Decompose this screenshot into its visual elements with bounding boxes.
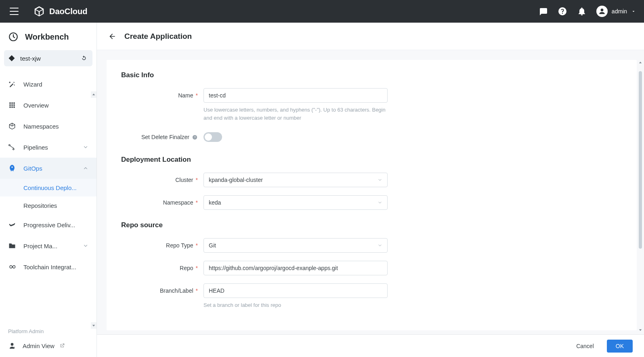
section-title-repo: Repo source bbox=[121, 221, 622, 229]
app-header: DaoCloud admin bbox=[0, 0, 644, 23]
brand-name: DaoCloud bbox=[49, 7, 87, 16]
section-basic-info: Basic Info Name* Use lowercase letters, … bbox=[121, 71, 622, 144]
avatar-icon bbox=[596, 6, 608, 17]
workbench-icon bbox=[8, 32, 19, 42]
project-selector[interactable]: test-xjw bbox=[4, 50, 92, 66]
infinity-icon bbox=[8, 263, 16, 271]
pipeline-icon bbox=[8, 143, 16, 151]
chevron-down-icon bbox=[631, 9, 636, 14]
sidebar-footer: Platform Admin Admin View bbox=[0, 323, 96, 357]
external-link-icon bbox=[59, 343, 65, 349]
repo-type-select[interactable]: Git bbox=[203, 238, 388, 253]
refresh-icon[interactable] bbox=[80, 55, 88, 62]
label-repo-type: Repo Type* bbox=[121, 238, 203, 253]
page-title: Create Application bbox=[124, 32, 192, 41]
hamburger-menu-icon[interactable] bbox=[10, 8, 19, 15]
section-title-deploy: Deployment Location bbox=[121, 156, 622, 164]
chevron-down-icon bbox=[378, 243, 382, 248]
sidebar-item-toolchain[interactable]: Toolchain Integrat... bbox=[0, 256, 96, 277]
sidebar-item-namespaces[interactable]: Namespaces bbox=[0, 116, 96, 137]
sidebar-sub-continuous-deployment[interactable]: Continuous Deplo... bbox=[0, 179, 96, 196]
chat-icon[interactable] bbox=[538, 6, 548, 16]
sidebar-title: Workbench bbox=[0, 23, 96, 50]
admin-view-link[interactable]: Admin View bbox=[8, 342, 88, 350]
sidebar: Workbench test-xjw Wizard Overview Na bbox=[0, 23, 97, 357]
back-arrow-icon[interactable] bbox=[108, 32, 116, 40]
chevron-down-icon bbox=[378, 200, 382, 205]
rocket-icon bbox=[8, 164, 16, 172]
sidebar-item-gitops[interactable]: GitOps bbox=[0, 158, 96, 179]
cube-icon bbox=[8, 122, 16, 130]
label-namespace: Namespace* bbox=[121, 195, 203, 210]
section-repo-source: Repo source Repo Type* Git bbox=[121, 221, 622, 309]
chevron-down-icon bbox=[83, 144, 88, 150]
section-deployment-location: Deployment Location Cluster* kpanda-glob… bbox=[121, 156, 622, 210]
magic-wand-icon bbox=[8, 80, 16, 88]
branch-hint: Set a branch or label for this repo bbox=[203, 301, 388, 309]
sidebar-item-overview[interactable]: Overview bbox=[0, 95, 96, 116]
diamond-icon bbox=[8, 55, 15, 62]
name-input[interactable] bbox=[203, 88, 388, 103]
brand-logo[interactable]: DaoCloud bbox=[33, 5, 87, 17]
user-name: admin bbox=[612, 8, 627, 15]
bell-icon[interactable] bbox=[577, 6, 587, 16]
branch-input[interactable] bbox=[203, 283, 388, 298]
form-footer: Cancel OK bbox=[97, 334, 644, 357]
help-icon[interactable] bbox=[558, 6, 567, 16]
section-title-basic: Basic Info bbox=[121, 71, 622, 79]
project-name: test-xjw bbox=[20, 55, 41, 62]
label-name: Name* bbox=[121, 88, 203, 103]
admin-user-icon bbox=[8, 342, 16, 350]
finalizer-toggle[interactable] bbox=[203, 132, 222, 142]
grid-icon bbox=[8, 101, 16, 109]
sidebar-item-project-management[interactable]: Project Ma... bbox=[0, 235, 96, 256]
label-repo: Repo* bbox=[121, 261, 203, 275]
chevron-down-icon bbox=[83, 243, 88, 249]
folder-icon bbox=[8, 242, 16, 250]
sidebar-item-pipelines[interactable]: Pipelines bbox=[0, 137, 96, 158]
sidebar-nav: Wizard Overview Namespaces Pipelines bbox=[0, 72, 96, 323]
chevron-down-icon bbox=[378, 177, 382, 182]
label-branch: Branch/Label* bbox=[121, 283, 203, 298]
content-scrollbar[interactable] bbox=[638, 60, 643, 333]
sidebar-scrollbar[interactable] bbox=[91, 91, 96, 329]
bird-icon bbox=[8, 221, 16, 229]
ok-button[interactable]: OK bbox=[607, 340, 633, 353]
sidebar-sub-repositories[interactable]: Repositories bbox=[0, 196, 96, 214]
repo-input[interactable] bbox=[203, 261, 388, 275]
label-cluster: Cluster* bbox=[121, 173, 203, 187]
user-menu[interactable]: admin bbox=[596, 6, 636, 17]
platform-admin-label: Platform Admin bbox=[8, 328, 88, 334]
page-header: Create Application bbox=[97, 23, 644, 50]
logo-icon bbox=[33, 5, 45, 17]
help-hint-icon[interactable]: ? bbox=[192, 134, 198, 140]
sidebar-item-wizard[interactable]: Wizard bbox=[0, 74, 96, 95]
cancel-button[interactable]: Cancel bbox=[571, 340, 599, 353]
cluster-select[interactable]: kpanda-global-cluster bbox=[203, 173, 388, 187]
label-finalizer: Set Delete Finalzer ? bbox=[121, 130, 203, 144]
main-content: Create Application Basic Info Name* bbox=[97, 23, 644, 357]
sidebar-item-progressive-delivery[interactable]: Progressive Deliv... bbox=[0, 214, 96, 235]
form-panel: Basic Info Name* Use lowercase letters, … bbox=[107, 60, 637, 330]
chevron-up-icon bbox=[83, 165, 88, 171]
namespace-select[interactable]: keda bbox=[203, 195, 388, 210]
svg-text:?: ? bbox=[194, 135, 195, 139]
name-hint: Use lowercase letters, numbers, and hyph… bbox=[203, 106, 388, 122]
